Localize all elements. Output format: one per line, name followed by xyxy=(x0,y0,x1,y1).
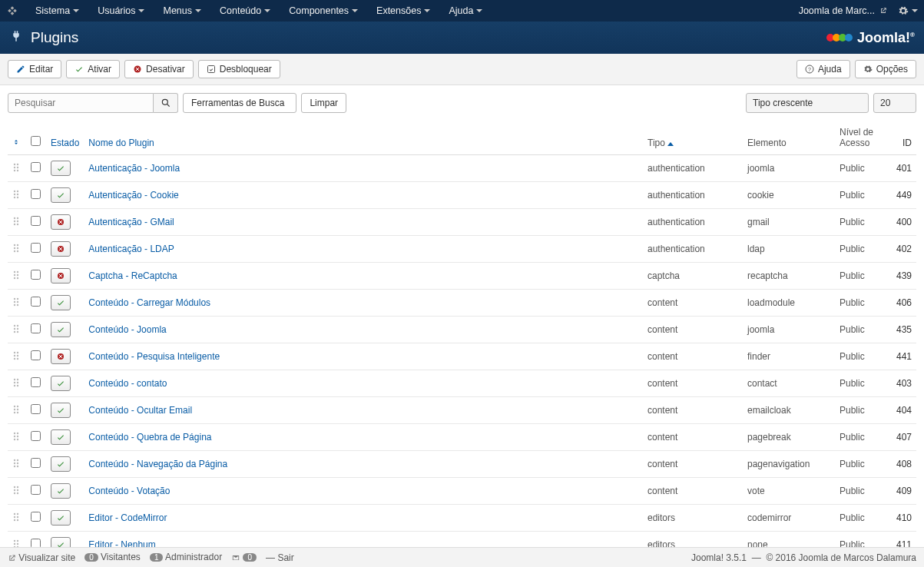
status-toggle[interactable] xyxy=(51,214,71,230)
sort-select[interactable]: Tipo crescente xyxy=(746,93,869,113)
limit-select[interactable]: 20 xyxy=(873,93,916,113)
logout-link[interactable]: — Sair xyxy=(266,552,294,563)
cell-access: Public xyxy=(835,209,883,236)
menu-componentes[interactable]: Componentes xyxy=(281,2,366,19)
cell-type: content xyxy=(643,451,743,478)
status-toggle[interactable] xyxy=(51,403,71,418)
help-button[interactable]: ? Ajuda xyxy=(796,60,850,78)
drag-handle[interactable] xyxy=(8,397,25,424)
drag-handle[interactable] xyxy=(8,478,25,505)
status-toggle[interactable] xyxy=(51,322,71,337)
plugin-link[interactable]: Conteúdo - Navegação da Página xyxy=(88,459,227,469)
cell-element: emailcloak xyxy=(743,397,835,424)
activate-button[interactable]: Ativar xyxy=(66,60,120,78)
plugin-link[interactable]: Autenticação - Joomla xyxy=(88,163,180,174)
menu-menus[interactable]: Menus xyxy=(155,2,209,19)
row-checkbox[interactable] xyxy=(31,243,41,253)
col-name[interactable]: Nome do Plugin xyxy=(84,121,643,155)
deactivate-button[interactable]: Desativar xyxy=(124,60,194,78)
status-toggle[interactable] xyxy=(51,429,71,445)
site-name-link[interactable]: Joomla de Marc... xyxy=(799,5,887,16)
col-access[interactable]: Nível de Acesso xyxy=(835,121,883,155)
row-checkbox[interactable] xyxy=(31,485,41,495)
page-header: Plugins Joomla!® xyxy=(0,22,924,54)
messages-info[interactable]: 0 xyxy=(231,552,257,563)
cell-element: recaptcha xyxy=(743,263,835,290)
status-toggle[interactable] xyxy=(51,241,71,257)
row-checkbox[interactable] xyxy=(31,431,41,441)
menu-conteúdo[interactable]: Conteúdo xyxy=(212,2,278,19)
cell-type: content xyxy=(643,317,743,343)
drag-handle[interactable] xyxy=(8,424,25,451)
plugin-link[interactable]: Conteúdo - Joomla xyxy=(88,324,166,335)
col-id[interactable]: ID xyxy=(883,121,916,155)
plugin-link[interactable]: Conteúdo - Quebra de Página xyxy=(88,432,211,443)
cell-element: loadmodule xyxy=(743,290,835,317)
plugin-link[interactable]: Conteúdo - Carregar Módulos xyxy=(88,297,210,308)
drag-handle[interactable] xyxy=(8,343,25,370)
row-checkbox[interactable] xyxy=(31,189,41,199)
status-toggle[interactable] xyxy=(51,483,71,499)
options-button[interactable]: Opções xyxy=(855,60,916,78)
col-status[interactable]: Estado xyxy=(46,121,84,155)
svg-point-62 xyxy=(17,384,18,386)
plugin-link[interactable]: Autenticação - GMail xyxy=(88,217,174,227)
menu-sistema[interactable]: Sistema xyxy=(28,2,87,19)
menu-usuários[interactable]: Usuários xyxy=(90,2,152,19)
col-checkall[interactable] xyxy=(25,121,46,155)
plugin-link[interactable]: Captcha - ReCaptcha xyxy=(88,270,177,281)
user-menu[interactable] xyxy=(898,5,918,16)
status-toggle[interactable] xyxy=(51,376,71,391)
search-tools-button[interactable]: Ferramentas de Busca xyxy=(183,93,296,113)
row-checkbox[interactable] xyxy=(31,323,41,333)
plugin-link[interactable]: Autenticação - LDAP xyxy=(88,244,174,254)
drag-handle[interactable] xyxy=(8,155,25,182)
row-checkbox[interactable] xyxy=(31,404,41,414)
plugin-link[interactable]: Conteúdo - Ocultar Email xyxy=(88,405,192,416)
row-checkbox[interactable] xyxy=(31,350,41,360)
drag-handle[interactable] xyxy=(8,370,25,397)
search-button[interactable] xyxy=(154,93,178,113)
status-toggle[interactable] xyxy=(51,349,71,364)
search-input[interactable] xyxy=(8,93,154,113)
drag-handle[interactable] xyxy=(8,317,25,343)
status-toggle[interactable] xyxy=(51,161,71,176)
gear-icon xyxy=(863,65,873,74)
row-checkbox[interactable] xyxy=(31,162,41,172)
check-all[interactable] xyxy=(31,136,41,146)
drag-handle[interactable] xyxy=(8,263,25,290)
plugin-link[interactable]: Conteúdo - contato xyxy=(88,378,167,389)
row-checkbox[interactable] xyxy=(31,216,41,226)
row-checkbox[interactable] xyxy=(31,377,41,387)
drag-handle[interactable] xyxy=(8,451,25,478)
status-toggle[interactable] xyxy=(51,456,71,472)
menu-extensões[interactable]: Extensões xyxy=(369,2,438,19)
drag-handle[interactable] xyxy=(8,236,25,263)
menu-ajuda[interactable]: Ajuda xyxy=(441,2,490,19)
status-toggle[interactable] xyxy=(51,187,71,203)
col-type[interactable]: Tipo xyxy=(643,121,743,155)
drag-handle[interactable] xyxy=(8,209,25,236)
status-toggle[interactable] xyxy=(51,295,71,310)
preview-link[interactable]: Visualizar site xyxy=(8,552,75,563)
plugin-link[interactable]: Conteúdo - Pesquisa Inteligente xyxy=(88,351,220,362)
col-order[interactable] xyxy=(8,121,25,155)
plugin-link[interactable]: Editor - CodeMirror xyxy=(88,512,167,523)
drag-handle[interactable] xyxy=(8,505,25,532)
svg-point-40 xyxy=(14,300,15,302)
cell-access: Public xyxy=(835,478,883,505)
drag-handle[interactable] xyxy=(8,290,25,317)
unlock-button[interactable]: Desbloquear xyxy=(198,60,280,78)
plugin-link[interactable]: Autenticação - Cookie xyxy=(88,190,178,201)
edit-button[interactable]: Editar xyxy=(8,60,61,78)
drag-handle[interactable] xyxy=(8,182,25,209)
status-toggle[interactable] xyxy=(51,510,71,526)
row-checkbox[interactable] xyxy=(31,270,41,280)
row-checkbox[interactable] xyxy=(31,297,41,307)
plugin-link[interactable]: Conteúdo - Votação xyxy=(88,486,170,496)
row-checkbox[interactable] xyxy=(31,458,41,468)
row-checkbox[interactable] xyxy=(31,512,41,522)
clear-button[interactable]: Limpar xyxy=(301,93,346,113)
status-toggle[interactable] xyxy=(51,268,71,284)
col-element[interactable]: Elemento xyxy=(743,121,835,155)
